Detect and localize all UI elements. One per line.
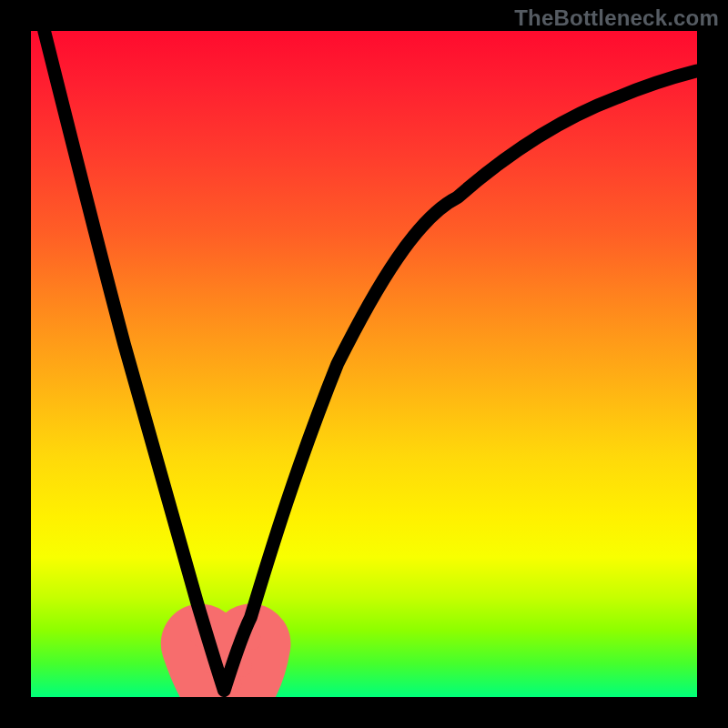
plot-area — [31, 31, 697, 697]
bottleneck-curve — [45, 31, 697, 691]
chart-frame: TheBottleneck.com — [0, 0, 728, 728]
plot-svg — [31, 31, 697, 697]
watermark-text: TheBottleneck.com — [514, 5, 719, 31]
